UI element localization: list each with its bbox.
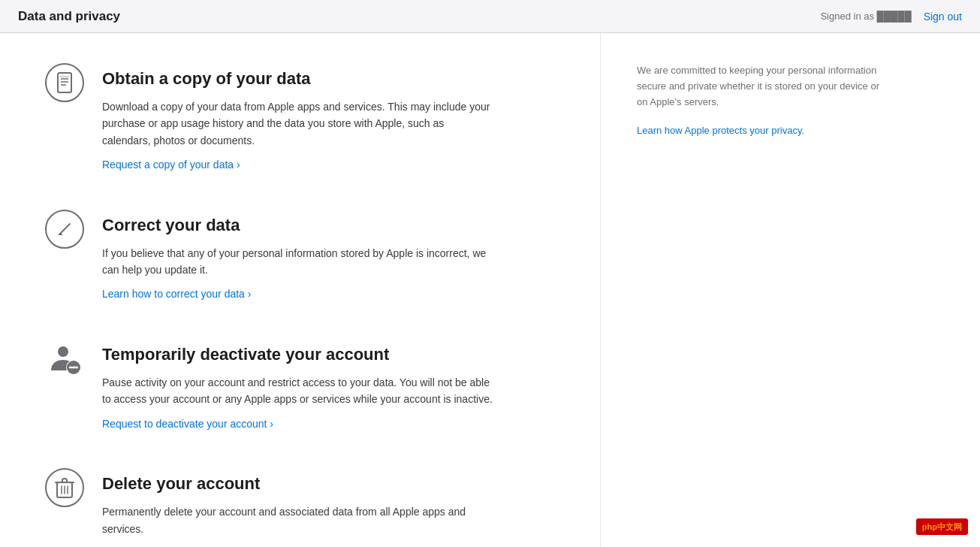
obtain-copy-title: Obtain a copy of your data xyxy=(102,66,555,91)
correct-data-text: Correct your data If you believe that an… xyxy=(102,210,555,303)
pencil-icon xyxy=(45,210,84,249)
section-deactivate: Temporarily deactivate your account Paus… xyxy=(45,339,555,432)
php-text: php xyxy=(922,522,937,531)
deactivate-link[interactable]: Request to deactivate your account › xyxy=(102,418,273,430)
php-suffix: 中文网 xyxy=(937,522,962,531)
svg-rect-4 xyxy=(60,76,69,77)
svg-point-7 xyxy=(58,346,68,357)
sidebar: We are committed to keeping your persona… xyxy=(601,33,916,547)
page-title: Data and privacy xyxy=(18,7,120,26)
correct-data-link[interactable]: Learn how to correct your data › xyxy=(102,288,251,300)
delete-text: Delete your account Permanently delete y… xyxy=(102,468,555,547)
obtain-copy-text: Obtain a copy of your data Download a co… xyxy=(102,63,555,174)
obtain-copy-icon-wrapper xyxy=(45,63,84,102)
section-obtain-copy: Obtain a copy of your data Download a co… xyxy=(45,63,555,174)
page-header: Data and privacy Signed in as █████ Sign… xyxy=(0,0,980,33)
obtain-copy-link[interactable]: Request a copy of your data › xyxy=(102,159,240,171)
header-right-section: Signed in as █████ Sign out xyxy=(820,9,962,24)
delete-icon-wrapper xyxy=(45,468,84,507)
obtain-copy-description: Download a copy of your data from Apple … xyxy=(102,98,493,149)
person-minus-icon xyxy=(45,339,84,378)
page-container: Obtain a copy of your data Download a co… xyxy=(0,33,980,547)
sign-out-button[interactable]: Sign out xyxy=(924,11,962,23)
section-delete: Delete your account Permanently delete y… xyxy=(45,468,555,547)
main-content: Obtain a copy of your data Download a co… xyxy=(0,33,601,547)
deactivate-text: Temporarily deactivate your account Paus… xyxy=(102,339,555,432)
privacy-learn-link[interactable]: Learn how Apple protects your privacy. xyxy=(637,125,804,136)
correct-data-title: Correct your data xyxy=(102,213,555,237)
document-icon xyxy=(45,63,84,102)
trash-icon xyxy=(45,468,84,507)
delete-description: Permanently delete your account and asso… xyxy=(102,503,493,537)
svg-line-5 xyxy=(59,224,70,234)
correct-data-description: If you believe that any of your personal… xyxy=(102,245,493,279)
correct-data-icon-wrapper xyxy=(45,210,84,249)
deactivate-icon-wrapper xyxy=(45,339,84,378)
deactivate-description: Pause activity on your account and restr… xyxy=(102,374,493,408)
delete-title: Delete your account xyxy=(102,471,555,496)
php-badge: php中文网 xyxy=(916,518,968,536)
section-correct-data: Correct your data If you believe that an… xyxy=(45,210,555,303)
deactivate-title: Temporarily deactivate your account xyxy=(102,342,555,367)
privacy-text: We are committed to keeping your persona… xyxy=(637,63,880,110)
signed-in-label: Signed in as █████ xyxy=(820,9,911,24)
